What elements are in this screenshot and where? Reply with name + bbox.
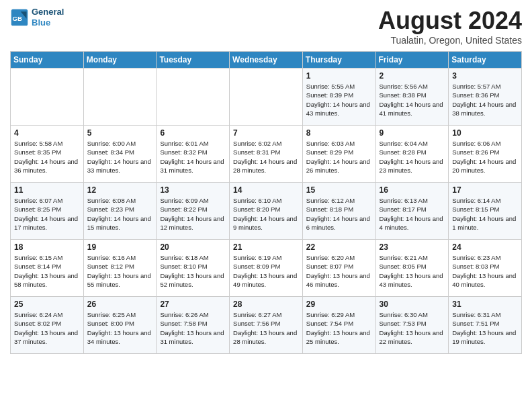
calendar-cell: 3Sunrise: 5:57 AMSunset: 8:36 PMDaylight… [449, 68, 522, 126]
calendar-cell: 15Sunrise: 6:12 AMSunset: 8:18 PMDayligh… [302, 183, 375, 240]
calendar-cell [83, 68, 157, 126]
title-block: August 2024 Tualatin, Oregon, United Sta… [378, 7, 522, 46]
calendar-cell: 31Sunrise: 6:31 AMSunset: 7:51 PMDayligh… [449, 297, 522, 354]
calendar-cell: 9Sunrise: 6:04 AMSunset: 8:28 PMDaylight… [375, 126, 449, 183]
day-info: Sunrise: 5:55 AMSunset: 8:39 PMDaylight:… [306, 82, 372, 118]
column-header-friday: Friday [375, 52, 449, 68]
calendar-cell: 24Sunrise: 6:23 AMSunset: 8:03 PMDayligh… [449, 240, 522, 297]
day-info: Sunrise: 6:10 AMSunset: 8:20 PMDaylight:… [233, 196, 299, 232]
day-number: 5 [87, 128, 153, 138]
calendar-cell: 2Sunrise: 5:56 AMSunset: 8:38 PMDaylight… [375, 68, 449, 126]
day-info: Sunrise: 6:30 AMSunset: 7:53 PMDaylight:… [380, 310, 445, 346]
day-number: 11 [14, 185, 80, 195]
calendar-cell: 6Sunrise: 6:01 AMSunset: 8:32 PMDaylight… [157, 126, 230, 183]
day-number: 9 [380, 128, 445, 138]
calendar-cell: 16Sunrise: 6:13 AMSunset: 8:17 PMDayligh… [375, 183, 449, 240]
calendar-cell: 19Sunrise: 6:16 AMSunset: 8:12 PMDayligh… [83, 240, 157, 297]
column-header-wednesday: Wednesday [230, 52, 303, 68]
day-info: Sunrise: 5:58 AMSunset: 8:35 PMDaylight:… [14, 139, 80, 175]
day-number: 6 [160, 128, 226, 138]
calendar-cell: 18Sunrise: 6:15 AMSunset: 8:14 PMDayligh… [11, 240, 84, 297]
day-info: Sunrise: 6:03 AMSunset: 8:29 PMDaylight:… [306, 139, 372, 175]
column-header-monday: Monday [83, 52, 157, 68]
day-info: Sunrise: 6:07 AMSunset: 8:25 PMDaylight:… [14, 196, 80, 232]
day-info: Sunrise: 6:23 AMSunset: 8:03 PMDaylight:… [452, 253, 518, 289]
calendar-week-row: 18Sunrise: 6:15 AMSunset: 8:14 PMDayligh… [11, 240, 522, 297]
day-number: 1 [306, 71, 372, 81]
logo: GB General Blue [10, 7, 64, 28]
day-number: 15 [306, 185, 372, 195]
calendar-cell: 10Sunrise: 6:06 AMSunset: 8:26 PMDayligh… [449, 126, 522, 183]
day-info: Sunrise: 5:57 AMSunset: 8:36 PMDaylight:… [452, 82, 518, 118]
day-info: Sunrise: 6:13 AMSunset: 8:17 PMDaylight:… [380, 196, 445, 232]
calendar-cell: 20Sunrise: 6:18 AMSunset: 8:10 PMDayligh… [157, 240, 230, 297]
calendar-cell: 26Sunrise: 6:25 AMSunset: 8:00 PMDayligh… [83, 297, 157, 354]
calendar-cell: 23Sunrise: 6:21 AMSunset: 8:05 PMDayligh… [375, 240, 449, 297]
day-info: Sunrise: 6:02 AMSunset: 8:31 PMDaylight:… [233, 139, 299, 175]
calendar-cell [11, 68, 84, 126]
day-info: Sunrise: 6:08 AMSunset: 8:23 PMDaylight:… [87, 196, 153, 232]
day-info: Sunrise: 6:21 AMSunset: 8:05 PMDaylight:… [380, 253, 445, 289]
day-number: 4 [14, 128, 80, 138]
day-number: 18 [14, 242, 80, 252]
column-header-tuesday: Tuesday [157, 52, 230, 68]
day-number: 16 [380, 185, 445, 195]
logo-text: General Blue [32, 7, 64, 28]
calendar-cell: 25Sunrise: 6:24 AMSunset: 8:02 PMDayligh… [11, 297, 84, 354]
day-info: Sunrise: 6:27 AMSunset: 7:56 PMDaylight:… [233, 310, 299, 346]
calendar-cell: 13Sunrise: 6:09 AMSunset: 8:22 PMDayligh… [157, 183, 230, 240]
day-number: 10 [452, 128, 518, 138]
calendar-cell: 1Sunrise: 5:55 AMSunset: 8:39 PMDaylight… [302, 68, 375, 126]
column-header-thursday: Thursday [302, 52, 375, 68]
day-info: Sunrise: 6:19 AMSunset: 8:09 PMDaylight:… [233, 253, 299, 289]
calendar-cell: 14Sunrise: 6:10 AMSunset: 8:20 PMDayligh… [230, 183, 303, 240]
calendar-cell: 27Sunrise: 6:26 AMSunset: 7:58 PMDayligh… [157, 297, 230, 354]
day-info: Sunrise: 6:20 AMSunset: 8:07 PMDaylight:… [306, 253, 372, 289]
month-year-title: August 2024 [378, 7, 522, 35]
calendar-cell [230, 68, 303, 126]
day-number: 25 [14, 300, 80, 309]
calendar-cell: 11Sunrise: 6:07 AMSunset: 8:25 PMDayligh… [11, 183, 84, 240]
day-info: Sunrise: 6:12 AMSunset: 8:18 PMDaylight:… [306, 196, 372, 232]
day-number: 13 [160, 185, 226, 195]
calendar-week-row: 1Sunrise: 5:55 AMSunset: 8:39 PMDaylight… [11, 68, 522, 126]
day-number: 14 [233, 185, 299, 195]
calendar-cell: 28Sunrise: 6:27 AMSunset: 7:56 PMDayligh… [230, 297, 303, 354]
day-number: 30 [380, 300, 445, 309]
day-number: 17 [452, 185, 518, 195]
day-number: 22 [306, 242, 372, 252]
calendar-table: SundayMondayTuesdayWednesdayThursdayFrid… [10, 51, 522, 354]
day-number: 21 [233, 242, 299, 252]
calendar-week-row: 25Sunrise: 6:24 AMSunset: 8:02 PMDayligh… [11, 297, 522, 354]
day-info: Sunrise: 6:01 AMSunset: 8:32 PMDaylight:… [160, 139, 226, 175]
day-info: Sunrise: 6:26 AMSunset: 7:58 PMDaylight:… [160, 310, 226, 346]
day-info: Sunrise: 6:16 AMSunset: 8:12 PMDaylight:… [87, 253, 153, 289]
calendar-cell: 4Sunrise: 5:58 AMSunset: 8:35 PMDaylight… [11, 126, 84, 183]
day-number: 7 [233, 128, 299, 138]
day-number: 3 [452, 71, 518, 81]
calendar-cell: 8Sunrise: 6:03 AMSunset: 8:29 PMDaylight… [302, 126, 375, 183]
day-number: 31 [452, 300, 518, 309]
day-number: 8 [306, 128, 372, 138]
calendar-week-row: 11Sunrise: 6:07 AMSunset: 8:25 PMDayligh… [11, 183, 522, 240]
day-info: Sunrise: 6:14 AMSunset: 8:15 PMDaylight:… [452, 196, 518, 232]
calendar-cell: 7Sunrise: 6:02 AMSunset: 8:31 PMDaylight… [230, 126, 303, 183]
calendar-body: 1Sunrise: 5:55 AMSunset: 8:39 PMDaylight… [11, 68, 522, 354]
calendar-cell: 29Sunrise: 6:29 AMSunset: 7:54 PMDayligh… [302, 297, 375, 354]
day-info: Sunrise: 6:09 AMSunset: 8:22 PMDaylight:… [160, 196, 226, 232]
day-number: 26 [87, 300, 153, 309]
page-header: GB General Blue August 2024 Tualatin, Or… [10, 7, 522, 46]
calendar-cell: 5Sunrise: 6:00 AMSunset: 8:34 PMDaylight… [83, 126, 157, 183]
day-number: 24 [452, 242, 518, 252]
day-info: Sunrise: 6:06 AMSunset: 8:26 PMDaylight:… [452, 139, 518, 175]
calendar-cell: 30Sunrise: 6:30 AMSunset: 7:53 PMDayligh… [375, 297, 449, 354]
day-number: 2 [380, 71, 445, 81]
day-info: Sunrise: 6:00 AMSunset: 8:34 PMDaylight:… [87, 139, 153, 175]
day-info: Sunrise: 6:29 AMSunset: 7:54 PMDaylight:… [306, 310, 372, 346]
day-number: 19 [87, 242, 153, 252]
day-number: 20 [160, 242, 226, 252]
svg-text:GB: GB [13, 15, 22, 22]
day-info: Sunrise: 6:24 AMSunset: 8:02 PMDaylight:… [14, 310, 80, 346]
calendar-week-row: 4Sunrise: 5:58 AMSunset: 8:35 PMDaylight… [11, 126, 522, 183]
calendar-cell [157, 68, 230, 126]
